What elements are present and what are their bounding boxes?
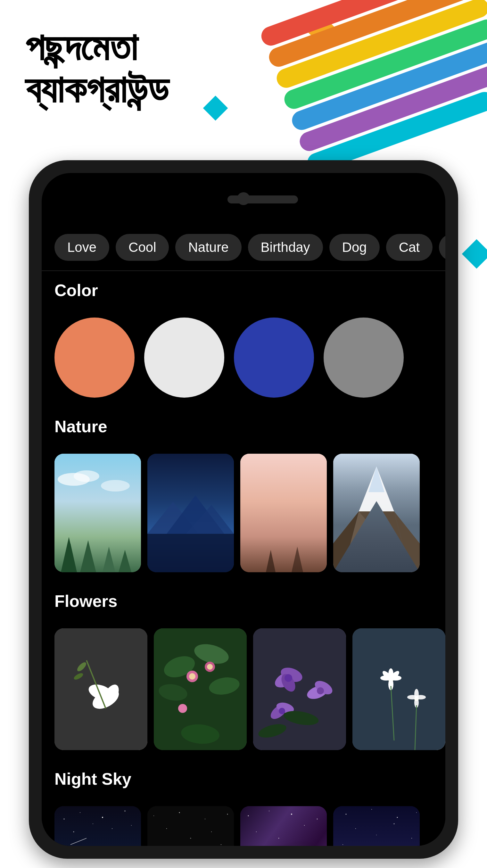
svg-point-75	[125, 811, 126, 812]
nature-section: Nature	[42, 407, 445, 454]
header-area: পছন্দমেতা ব্যাকগ্রাউন্ড	[0, 0, 487, 154]
flowers-section-title: Flowers	[55, 582, 432, 619]
flower-image-3[interactable]	[253, 628, 346, 750]
svg-point-99	[317, 819, 318, 819]
nature-image-3[interactable]	[240, 454, 327, 572]
svg-point-79	[93, 824, 93, 824]
night-sky-image-4[interactable]	[333, 806, 420, 846]
svg-rect-14	[240, 454, 327, 572]
flower-image-2[interactable]	[154, 628, 247, 750]
svg-point-90	[190, 838, 191, 839]
tag-rose[interactable]: Rose	[439, 234, 445, 261]
svg-point-2	[74, 470, 99, 482]
svg-point-88	[166, 828, 167, 829]
tag-cat[interactable]: Cat	[386, 234, 432, 261]
svg-rect-13	[147, 534, 234, 572]
svg-rect-107	[333, 806, 420, 846]
svg-point-92	[221, 844, 221, 845]
svg-point-77	[73, 832, 74, 832]
svg-point-74	[102, 817, 103, 818]
svg-point-96	[248, 815, 249, 816]
svg-point-97	[269, 811, 270, 811]
night-sky-image-3[interactable]	[240, 806, 327, 846]
night-sky-section: Night Sky	[42, 760, 445, 806]
svg-point-40	[207, 664, 213, 670]
svg-rect-94	[240, 806, 327, 846]
night-sky-images-row	[42, 806, 445, 846]
svg-rect-83	[147, 806, 234, 846]
svg-point-84	[153, 815, 154, 816]
svg-point-110	[397, 817, 398, 818]
svg-point-73	[80, 812, 81, 813]
diamond-teal-icon	[203, 96, 228, 121]
svg-point-85	[179, 812, 180, 813]
svg-point-41	[178, 704, 187, 713]
svg-point-102	[278, 838, 279, 839]
color-section-title: Color	[55, 271, 432, 308]
page-title: পছন্দমেতা ব্যাকগ্রাউন্ড	[26, 26, 169, 110]
color-circle-orange[interactable]	[55, 317, 134, 398]
svg-point-87	[227, 814, 228, 815]
nature-image-1[interactable]	[55, 454, 141, 572]
svg-point-108	[346, 814, 347, 815]
night-sky-image-1[interactable]	[55, 806, 141, 846]
nature-section-title: Nature	[55, 407, 432, 444]
svg-point-3	[101, 480, 130, 492]
rainbow-decoration	[258, 0, 487, 178]
svg-point-113	[394, 824, 395, 825]
night-sky-image-2[interactable]	[147, 806, 234, 846]
color-circle-gray[interactable]	[324, 317, 404, 398]
svg-point-72	[64, 819, 65, 819]
svg-point-115	[342, 844, 343, 845]
nature-image-2[interactable]	[147, 454, 234, 572]
color-circle-blue[interactable]	[234, 317, 314, 398]
tag-dog[interactable]: Dog	[329, 234, 380, 261]
flowers-section: Flowers	[42, 582, 445, 628]
svg-rect-71	[55, 806, 141, 846]
svg-point-114	[376, 835, 377, 835]
flowers-images-row	[42, 628, 445, 760]
tag-birthday[interactable]: Birthday	[248, 234, 323, 261]
diamond-cyan-icon	[462, 239, 487, 269]
svg-point-53	[279, 708, 285, 714]
svg-point-78	[112, 828, 113, 829]
svg-point-89	[211, 832, 212, 832]
svg-point-112	[355, 828, 356, 829]
svg-point-98	[291, 813, 292, 815]
phone-screen: Love Cool Nature Birthday Dog Cat Rose N…	[42, 173, 445, 846]
color-circles-row	[42, 317, 445, 407]
tag-cool[interactable]: Cool	[116, 234, 169, 261]
tags-row: Love Cool Nature Birthday Dog Cat Rose N…	[42, 224, 445, 271]
tag-nature[interactable]: Nature	[175, 234, 241, 261]
color-circle-white[interactable]	[144, 317, 224, 398]
night-sky-section-title: Night Sky	[55, 760, 432, 797]
tag-love[interactable]: Love	[55, 234, 109, 261]
phone-speaker	[227, 195, 298, 204]
phone-mockup: Love Cool Nature Birthday Dog Cat Rose N…	[29, 160, 458, 859]
svg-point-109	[371, 809, 372, 810]
color-section: Color	[42, 271, 445, 317]
app-content: Love Cool Nature Birthday Dog Cat Rose N…	[42, 224, 445, 846]
svg-point-116	[412, 838, 412, 839]
flower-image-4[interactable]	[353, 628, 445, 750]
svg-point-76	[131, 825, 132, 826]
flower-image-1[interactable]	[55, 628, 147, 750]
svg-point-38	[189, 673, 195, 680]
svg-point-101	[304, 825, 305, 826]
nature-image-4[interactable]	[333, 454, 420, 572]
svg-point-47	[284, 674, 292, 682]
svg-point-111	[416, 812, 417, 813]
nature-images-row	[42, 454, 445, 582]
svg-rect-56	[353, 628, 445, 750]
svg-point-86	[205, 819, 205, 819]
svg-point-100	[256, 832, 256, 832]
svg-point-50	[317, 687, 324, 694]
